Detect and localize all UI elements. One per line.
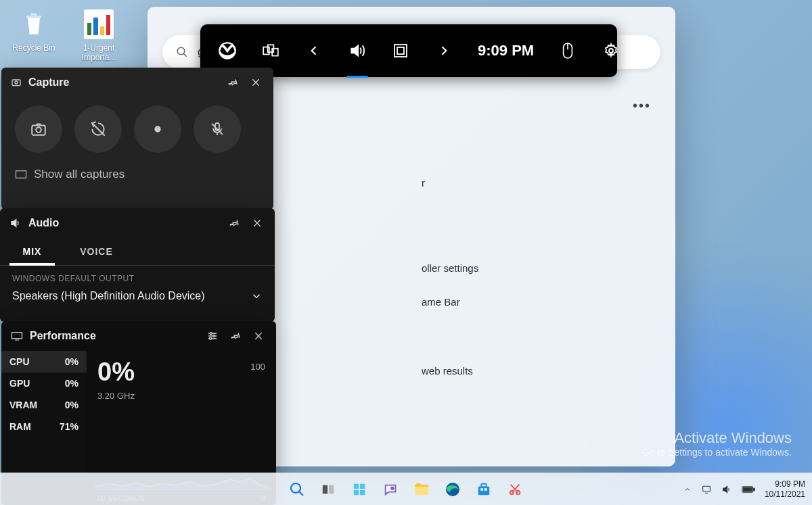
tray-network-icon[interactable] bbox=[701, 484, 712, 495]
svg-point-35 bbox=[291, 483, 300, 493]
svg-point-1 bbox=[177, 47, 185, 55]
taskbar-chat[interactable] bbox=[377, 476, 404, 503]
svg-rect-48 bbox=[480, 488, 483, 491]
svg-point-43 bbox=[391, 487, 394, 489]
svg-point-19 bbox=[154, 126, 160, 132]
pin-button[interactable] bbox=[225, 74, 241, 91]
svg-rect-12 bbox=[12, 80, 20, 86]
gamebar-clock: 9:09 PM bbox=[466, 42, 546, 59]
panel-title: Performance bbox=[30, 330, 198, 342]
svg-point-17 bbox=[36, 127, 41, 133]
svg-point-11 bbox=[609, 49, 613, 53]
taskbar-explorer[interactable] bbox=[408, 476, 435, 503]
taskbar-widgets[interactable] bbox=[346, 476, 373, 503]
more-icon[interactable]: ••• bbox=[633, 98, 651, 114]
show-all-captures-link[interactable]: Show all captures bbox=[1, 158, 273, 181]
output-section-label: WINDOWS DEFAULT OUTPUT bbox=[0, 266, 275, 286]
svg-rect-46 bbox=[478, 486, 490, 495]
screenshot-button[interactable] bbox=[15, 105, 62, 153]
perf-item-gpu[interactable]: GPU0% bbox=[1, 372, 87, 394]
svg-rect-41 bbox=[354, 489, 359, 494]
widgets-button[interactable] bbox=[253, 33, 288, 68]
svg-line-36 bbox=[299, 491, 303, 496]
taskbar-taskview[interactable] bbox=[315, 476, 342, 503]
svg-rect-22 bbox=[16, 171, 26, 178]
svg-rect-40 bbox=[360, 483, 365, 488]
close-button[interactable] bbox=[250, 328, 267, 344]
svg-rect-47 bbox=[481, 483, 486, 487]
result-fragment: oller settings bbox=[422, 262, 478, 274]
output-device-dropdown[interactable]: Speakers (High Definition Audio Device) bbox=[0, 286, 275, 312]
svg-line-53 bbox=[511, 484, 518, 492]
close-button[interactable] bbox=[248, 74, 264, 91]
record-last-button[interactable] bbox=[74, 105, 122, 153]
xbox-button[interactable] bbox=[210, 33, 245, 68]
recycle-bin-icon bbox=[18, 8, 50, 41]
svg-point-32 bbox=[210, 337, 212, 339]
record-button[interactable] bbox=[134, 105, 181, 153]
svg-point-13 bbox=[15, 81, 18, 84]
mouse-click-button[interactable] bbox=[550, 33, 585, 68]
nav-next-button[interactable] bbox=[426, 33, 461, 68]
perf-item-vram[interactable]: VRAM0% bbox=[1, 394, 87, 416]
capture-panel: Capture Show all captures bbox=[1, 68, 273, 210]
pin-button[interactable] bbox=[227, 328, 244, 344]
capture-icon bbox=[11, 77, 22, 88]
activation-watermark: Activate Windows Go to Settings to activ… bbox=[642, 429, 792, 458]
perf-clock-speed: 3.20 GHz bbox=[97, 391, 265, 401]
watermark-sub: Go to Settings to activate Windows. bbox=[642, 447, 792, 458]
gallery-icon bbox=[15, 170, 27, 179]
svg-rect-7 bbox=[394, 45, 407, 57]
taskbar-store[interactable] bbox=[470, 476, 497, 503]
svg-rect-54 bbox=[703, 486, 710, 491]
close-button[interactable] bbox=[249, 215, 265, 231]
svg-rect-0 bbox=[30, 14, 37, 16]
perf-item-cpu[interactable]: CPU0% bbox=[1, 351, 87, 372]
taskbar-search[interactable] bbox=[284, 476, 311, 503]
chevron-down-icon bbox=[250, 290, 263, 302]
panel-title: Capture bbox=[28, 76, 218, 89]
taskbar-clock[interactable]: 9:09 PM 10/11/2021 bbox=[765, 479, 805, 499]
svg-rect-57 bbox=[753, 488, 754, 490]
nav-prev-button[interactable] bbox=[296, 33, 332, 68]
performance-widget-button[interactable] bbox=[383, 33, 418, 68]
result-fragment: r bbox=[422, 177, 425, 189]
options-button[interactable] bbox=[204, 328, 221, 344]
tab-voice[interactable]: VOICE bbox=[64, 238, 129, 265]
mic-toggle-button[interactable] bbox=[194, 105, 241, 153]
chart-file-icon bbox=[83, 8, 115, 41]
svg-rect-58 bbox=[743, 487, 752, 491]
perf-scale-max: 100 bbox=[250, 362, 265, 372]
svg-point-30 bbox=[210, 333, 212, 335]
search-icon bbox=[176, 46, 188, 58]
desktop-icon-recycle-bin[interactable]: Recycle Bin bbox=[7, 8, 61, 53]
taskbar: 9:09 PM 10/11/2021 bbox=[0, 473, 812, 505]
svg-rect-49 bbox=[484, 488, 487, 491]
svg-rect-44 bbox=[415, 487, 428, 495]
svg-rect-38 bbox=[329, 485, 334, 494]
desktop-icon-label: Recycle Bin bbox=[7, 43, 61, 53]
show-all-label: Show all captures bbox=[34, 168, 125, 181]
pin-button[interactable] bbox=[226, 215, 242, 231]
taskbar-time: 9:09 PM bbox=[765, 479, 805, 489]
output-device-name: Speakers (High Definition Audio Device) bbox=[12, 290, 205, 302]
svg-rect-42 bbox=[360, 489, 365, 494]
tray-volume-icon[interactable] bbox=[721, 484, 732, 495]
tray-chevron-icon[interactable] bbox=[683, 485, 692, 494]
perf-item-ram[interactable]: RAM71% bbox=[1, 416, 87, 437]
settings-button[interactable] bbox=[593, 33, 629, 68]
tray-battery-icon[interactable] bbox=[742, 485, 755, 494]
svg-rect-25 bbox=[12, 333, 22, 339]
svg-line-52 bbox=[512, 484, 519, 492]
result-fragment: ame Bar bbox=[422, 296, 460, 308]
svg-line-2 bbox=[183, 53, 187, 57]
desktop-icon-label: 1-Urgent Importa... bbox=[72, 43, 126, 62]
svg-rect-39 bbox=[354, 483, 359, 488]
result-fragment: web results bbox=[422, 365, 473, 377]
taskbar-snip[interactable] bbox=[501, 476, 528, 503]
audio-widget-button[interactable] bbox=[340, 33, 375, 68]
tab-mix[interactable]: MIX bbox=[0, 238, 64, 265]
desktop-icon-urgent[interactable]: 1-Urgent Importa... bbox=[72, 8, 126, 62]
svg-rect-8 bbox=[397, 47, 404, 54]
taskbar-edge[interactable] bbox=[439, 476, 466, 503]
